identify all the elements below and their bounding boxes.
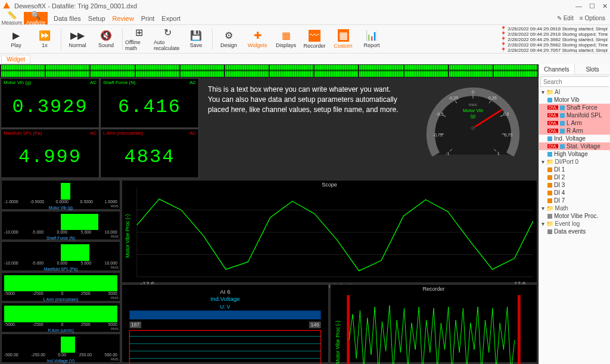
svg-text:RMS: RMS (469, 102, 477, 107)
tree-group[interactable]: ▾ 📁 DI/Port 0 (539, 158, 610, 166)
submenu-review[interactable]: Review (113, 15, 134, 22)
svg-text:Motor Vibe Proc (-): Motor Vibe Proc (-) (335, 321, 341, 364)
offline-math-button[interactable]: ⊞Offline math (125, 26, 152, 52)
minimize-button[interactable]: — (575, 2, 582, 10)
submenu-datafiles[interactable]: Data files (54, 15, 81, 22)
recorder-plot[interactable]: Recorder Motor Vibe Proc (-) t (ms) 0.31… (330, 284, 537, 363)
tree-channel[interactable]: DI 4 (539, 189, 610, 197)
time-overview[interactable] (0, 64, 539, 77)
tab-measure[interactable]: 📏Measure (0, 12, 24, 24)
custom-button[interactable]: ▦Custom (329, 26, 357, 52)
tree-channel[interactable]: High Voltage (539, 150, 610, 158)
svg-text:Motor Vibe Proc (-): Motor Vibe Proc (-) (125, 214, 130, 258)
side-tab-channels[interactable]: Channels (539, 64, 575, 74)
tree-group[interactable]: ▾ 📁 Event log (539, 220, 610, 228)
overview-segment[interactable] (225, 65, 269, 77)
svg-text:0,25: 0,25 (488, 96, 497, 101)
overview-segment[interactable] (46, 65, 89, 77)
save-button[interactable]: 💾Save (182, 26, 210, 52)
bar-meter[interactable]: -1.0000-0.50000.00000.50001.0000 Motor V… (1, 180, 120, 210)
tree-group[interactable]: ▾ 📁 AI (539, 88, 610, 96)
options-link[interactable]: ≡ Options (580, 15, 605, 21)
digital-meter[interactable]: Manifold SPL (Pa)AC 4.999 (1, 129, 99, 179)
bar-meter[interactable]: -5000-2500025005000 L Arm (microstrain) … (1, 272, 120, 302)
overview-segment[interactable] (91, 65, 134, 77)
digital-meter[interactable]: Shaft Force (N)AC 6.416 (100, 78, 199, 128)
bar-meter[interactable]: -10.000-5.0000.0005.00010.000 Shaft Forc… (1, 211, 120, 241)
tree-group[interactable]: ▾ 📁 Math (539, 204, 610, 212)
report-button[interactable]: 📊Report (358, 26, 385, 52)
search-input[interactable] (541, 77, 610, 86)
svg-text:Ind.Voltage: Ind.Voltage (210, 295, 240, 302)
digital-meter[interactable]: L Arm (microstrain)AC 4834 (100, 129, 199, 179)
overview-segment[interactable] (136, 65, 179, 77)
window-title: DewesoftX - Datafile: Trig 20ms_0001.dxd (14, 2, 575, 10)
speed-button[interactable]: ⏩1x (31, 26, 58, 52)
svg-text:U: V: U: V (220, 304, 231, 310)
svg-text:-0,25: -0,25 (449, 96, 458, 101)
submenu-setup[interactable]: Setup (88, 15, 105, 22)
channel-preview[interactable]: AI 6 Ind.Voltage U: V 187 146 (122, 284, 329, 363)
scope-plot[interactable]: Scope X axis (ms) -12.6 12.6 Motor Vibe … (122, 180, 537, 283)
overview-segment[interactable] (180, 65, 224, 77)
tree-channel[interactable]: DI 3 (539, 181, 610, 189)
tree-channel[interactable]: OVL Stat. Voltage (539, 142, 610, 150)
recalc-button[interactable]: ↻Auto recalculate (154, 26, 181, 52)
svg-text:0,5: 0,5 (503, 112, 509, 117)
svg-rect-40 (129, 331, 320, 364)
info-textbox: This is a text box where you can write w… (200, 77, 407, 179)
overview-segment[interactable] (404, 65, 448, 77)
svg-text:Motor Vib: Motor Vib (463, 108, 484, 113)
tree-channel[interactable]: Data events (539, 228, 610, 235)
svg-text:0: 0 (472, 90, 474, 95)
tree-channel[interactable]: DI 7 (539, 197, 610, 204)
overview-segment[interactable] (449, 65, 493, 77)
edit-link[interactable]: ✎ Edit (557, 15, 574, 21)
design-button[interactable]: ⚙Design (215, 26, 242, 52)
bar-meter[interactable]: -5000-2500025005000 R Arm (um/m) RMS (1, 303, 120, 332)
digital-meter[interactable]: Motor Vib (g)AC 0.3929 (1, 78, 99, 128)
svg-point-22 (471, 126, 475, 130)
overview-segment[interactable] (1, 65, 45, 77)
svg-text:146: 146 (311, 322, 320, 328)
play-button[interactable]: ▶Play (2, 26, 30, 52)
overview-segment[interactable] (494, 65, 537, 77)
tree-channel[interactable]: OVL Shaft Force (539, 104, 610, 111)
maximize-button[interactable]: ☐ (589, 2, 595, 10)
widget-tab[interactable]: Widget (1, 55, 30, 64)
channel-tree: ▾ 📁 AI Motor Vib OVL Shaft Force OVL Man… (539, 88, 610, 364)
svg-rect-50 (518, 295, 521, 364)
bar-meter[interactable]: -10.000-5.0000.0005.00010.000 Manifold S… (1, 241, 120, 271)
close-button[interactable]: ✕ (602, 2, 608, 10)
sound-button[interactable]: 🔇Sound (92, 26, 120, 52)
overview-segment[interactable] (359, 65, 403, 77)
svg-text:AI 6: AI 6 (220, 288, 231, 295)
bar-meter[interactable]: -500.00-250.000.00250.00500.00 Ind.Volta… (1, 334, 120, 363)
side-tab-slots[interactable]: Slots (575, 64, 610, 74)
menu-bar: 📏Measure 🔍Analyze Data files Setup Revie… (0, 12, 610, 25)
tree-channel[interactable]: Motor Vib (539, 96, 610, 104)
tree-channel[interactable]: Ind. Voltage (539, 135, 610, 142)
submenu-print[interactable]: Print (141, 15, 155, 22)
overview-segment[interactable] (270, 65, 313, 77)
displays-button[interactable]: ▦Displays (272, 26, 300, 52)
tree-channel[interactable]: OVL R Arm (539, 127, 610, 135)
recorder-button[interactable]: 〰Recorder (301, 26, 328, 52)
svg-text:1: 1 (497, 151, 500, 156)
widgets-button[interactable]: ✚Widgets (244, 26, 271, 52)
svg-text:(g): (g) (471, 114, 476, 119)
channels-panel: Channels Slots 🔍 ▾ ▾ 📁 AI Motor Vib OVL … (539, 64, 610, 364)
tree-channel[interactable]: DI 2 (539, 173, 610, 181)
overview-segment[interactable] (315, 65, 358, 77)
submenu-export[interactable]: Export (161, 15, 180, 22)
toolbar: ▶Play ⏩1x ▶▶Normal 🔇Sound ⊞Offline math … (0, 25, 610, 54)
app-logo-icon (2, 2, 11, 10)
tree-channel[interactable]: OVL Manifold SPL (539, 111, 610, 119)
submenu: Data files Setup Review Print Export (48, 12, 186, 24)
tree-channel[interactable]: OVL L Arm (539, 119, 610, 127)
mode-button[interactable]: ▶▶Normal (64, 26, 91, 52)
tree-channel[interactable]: DI 1 (539, 166, 610, 173)
tab-analyze[interactable]: 🔍Analyze (24, 12, 48, 24)
tree-channel[interactable]: Motor Vibe Proc. (539, 212, 610, 220)
analog-gauge: -1-0,75-0,5-0,2500,250,50,751 Motor Vib … (407, 77, 539, 179)
